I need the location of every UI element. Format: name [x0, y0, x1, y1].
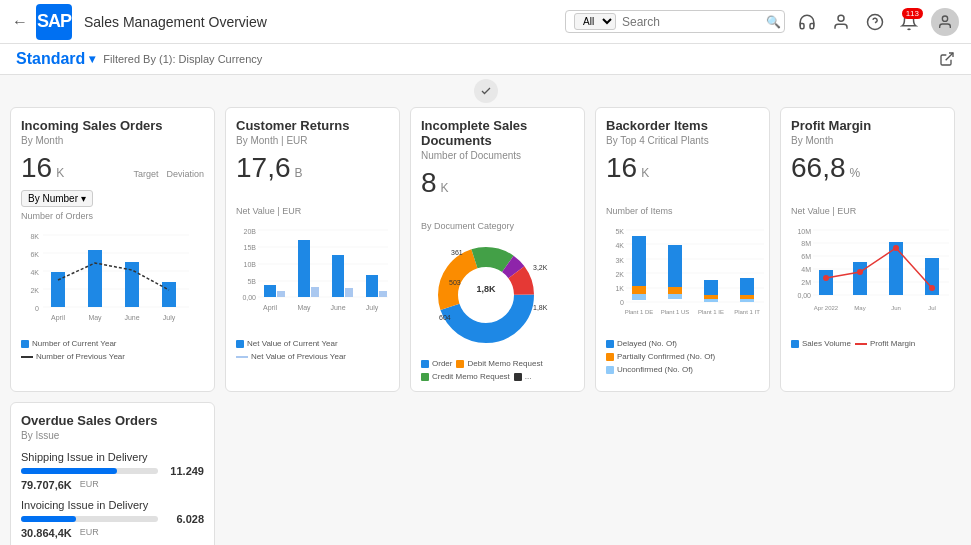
- incomplete-chart-label: By Document Category: [421, 221, 574, 231]
- sub-header: Standard ▾ Filtered By (1): Display Curr…: [0, 44, 971, 75]
- customer-returns-card: Customer Returns By Month | EUR 17,6 B N…: [225, 107, 400, 392]
- svg-text:Jun: Jun: [891, 305, 901, 311]
- incomplete-kpi: 8 K: [421, 167, 574, 199]
- incomplete-sales-card: Incomplete Sales Documents Number of Doc…: [410, 107, 585, 392]
- incomplete-kpi-value: 8: [421, 167, 437, 199]
- header-icons: 113: [795, 8, 959, 36]
- backorder-subtitle: By Top 4 Critical Plants: [606, 135, 759, 146]
- legend-order: Order: [421, 359, 452, 368]
- svg-text:June: June: [330, 304, 345, 311]
- svg-point-0: [838, 15, 844, 21]
- back-button[interactable]: ←: [12, 13, 28, 31]
- svg-text:June: June: [124, 314, 139, 321]
- legend-net-prev: Net Value of Previous Year: [236, 352, 346, 361]
- app-header: ← SAP Sales Management Overview All 🔍 11…: [0, 0, 971, 44]
- notifications-icon[interactable]: 113: [897, 10, 921, 34]
- svg-text:1K: 1K: [615, 285, 624, 292]
- overdue-invoicing-item: Invoicing Issue in Delivery 6.028 30.864…: [21, 499, 204, 539]
- profit-title: Profit Margin: [791, 118, 944, 133]
- svg-text:8K: 8K: [30, 233, 39, 240]
- share-button[interactable]: [939, 51, 955, 67]
- overdue-shipping-count: 11.249: [164, 465, 204, 477]
- svg-text:Plant 1 IT: Plant 1 IT: [734, 309, 760, 315]
- customer-legend: Net Value of Current Year Net Value of P…: [236, 339, 389, 361]
- incoming-sales-orders-card: Incoming Sales Orders By Month 16 K Targ…: [10, 107, 215, 392]
- overdue-invoicing-bar-row: 6.028: [21, 513, 204, 525]
- customer-chart-label: Net Value | EUR: [236, 206, 389, 216]
- customer-kpi-value: 17,6: [236, 152, 291, 184]
- backorder-kpi: 16 K: [606, 152, 759, 184]
- svg-text:2K: 2K: [30, 287, 39, 294]
- customer-kpi-unit: B: [295, 166, 303, 180]
- incomplete-title: Incomplete Sales Documents: [421, 118, 574, 148]
- collapse-button[interactable]: [474, 79, 498, 103]
- user-icon[interactable]: [829, 10, 853, 34]
- svg-point-3: [942, 16, 947, 21]
- backorder-kpi-unit: K: [641, 166, 649, 180]
- svg-text:Plant 1 US: Plant 1 US: [661, 309, 690, 315]
- svg-text:1,8K: 1,8K: [476, 284, 496, 294]
- backorder-items-card: Backorder Items By Top 4 Critical Plants…: [595, 107, 770, 392]
- overdue-shipping-bar-row: 11.249: [21, 465, 204, 477]
- incoming-kpi-labels: Target Deviation: [133, 169, 204, 179]
- legend-partial: Partially Confirmed (No. Of): [606, 352, 715, 361]
- incoming-filter-button[interactable]: By Number ▾: [21, 190, 93, 207]
- svg-rect-17: [125, 262, 139, 307]
- svg-text:2M: 2M: [801, 279, 811, 286]
- legend-net-current: Net Value of Current Year: [236, 339, 338, 348]
- svg-rect-70: [632, 286, 646, 294]
- svg-text:July: July: [366, 304, 379, 312]
- svg-text:5B: 5B: [247, 278, 256, 285]
- svg-text:20B: 20B: [244, 228, 257, 235]
- svg-rect-37: [277, 291, 285, 297]
- customer-subtitle: By Month | EUR: [236, 135, 389, 146]
- svg-text:April: April: [51, 314, 65, 322]
- svg-text:July: July: [163, 314, 176, 322]
- svg-text:6K: 6K: [30, 251, 39, 258]
- svg-rect-36: [366, 275, 378, 297]
- customer-chart: 20B 15B 10B 5B 0,00 April May June July: [236, 220, 391, 335]
- svg-text:10B: 10B: [244, 261, 257, 268]
- svg-text:5K: 5K: [615, 228, 624, 235]
- overdue-shipping-label: Shipping Issue in Delivery: [21, 451, 204, 463]
- overdue-invoicing-vals: 30.864,4K EUR: [21, 527, 204, 539]
- search-input[interactable]: [616, 15, 766, 29]
- legend-profit-margin: Profit Margin: [855, 339, 915, 348]
- overdue-subtitle: By Issue: [21, 430, 204, 441]
- search-scope-select[interactable]: All: [574, 13, 616, 30]
- overdue-invoicing-count: 6.028: [164, 513, 204, 525]
- svg-rect-35: [332, 255, 344, 297]
- svg-rect-38: [311, 287, 319, 297]
- svg-text:May: May: [297, 304, 311, 312]
- view-name[interactable]: Standard ▾: [16, 50, 95, 68]
- collapse-bar: [0, 75, 971, 107]
- svg-text:503: 503: [449, 279, 461, 286]
- headset-icon[interactable]: [795, 10, 819, 34]
- svg-rect-74: [668, 294, 682, 299]
- svg-rect-98: [853, 262, 867, 295]
- search-icon[interactable]: 🔍: [766, 15, 781, 29]
- svg-text:15B: 15B: [244, 244, 257, 251]
- legend-current-year: Number of Current Year: [21, 339, 117, 348]
- customer-kpi: 17,6 B: [236, 152, 389, 184]
- svg-rect-75: [704, 280, 718, 295]
- overdue-invoicing-unit: EUR: [80, 527, 99, 539]
- app-title: Sales Management Overview: [84, 14, 565, 30]
- overdue-sales-orders-card: Overdue Sales Orders By Issue Shipping I…: [10, 402, 215, 545]
- backorder-chart: 5K 4K 3K 2K 1K 0: [606, 220, 766, 335]
- svg-rect-69: [632, 236, 646, 286]
- svg-rect-33: [264, 285, 276, 297]
- overdue-shipping-bar-bg: [21, 468, 158, 474]
- incoming-chart-label: Number of Orders: [21, 211, 204, 221]
- profit-chart: 10M 8M 6M 4M 2M 0,00 Apr 2022 Ma: [791, 220, 951, 335]
- svg-text:2K: 2K: [615, 271, 624, 278]
- svg-point-50: [466, 275, 506, 315]
- svg-text:0,00: 0,00: [797, 292, 811, 299]
- help-icon[interactable]: [863, 10, 887, 34]
- incoming-title: Incoming Sales Orders: [21, 118, 204, 133]
- incomplete-kpi-unit: K: [441, 181, 449, 195]
- svg-text:0,00: 0,00: [242, 294, 256, 301]
- avatar[interactable]: [931, 8, 959, 36]
- legend-other: ...: [514, 372, 532, 381]
- overdue-shipping-vals: 79.707,6K EUR: [21, 479, 204, 491]
